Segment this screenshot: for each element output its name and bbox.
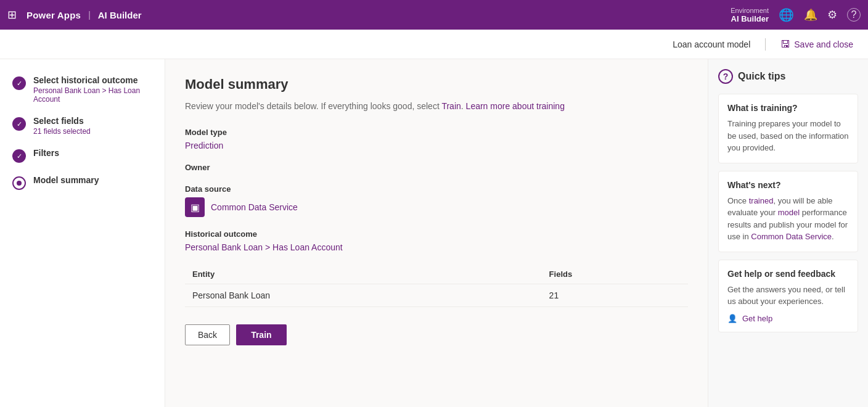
gear-icon[interactable]: ⚙ [827,8,837,22]
back-button[interactable]: Back [185,324,230,345]
qt-card-1-title: What is training? [727,103,849,113]
owner-section: Owner [185,163,688,172]
step-circle-2: ✓ [12,117,26,131]
model-name: Loan account model [673,39,750,49]
save-close-button[interactable]: 🖫 Save and close [776,36,858,52]
quick-tips-icon: ? [718,69,733,84]
quick-tips-panel: ? Quick tips What is training? Training … [708,59,868,407]
sidebar-step-filters[interactable]: ✓ Filters [0,142,165,169]
env-label: Environment [731,7,769,14]
train-button[interactable]: Train [236,324,286,345]
save-icon: 🖫 [780,39,790,50]
environment-info: Environment AI Builder [731,7,769,23]
qt-card-2-title: What's next? [727,180,849,190]
checkmark-icon-3: ✓ [17,152,22,160]
qt-card-3-text: Get the answers you need, or tell us abo… [727,284,849,308]
quick-tips-card-1: What is training? Training prepares your… [718,94,858,163]
fields-table: Entity Fields Personal Bank Loan21 [185,265,688,307]
quick-tips-card-3: Get help or send feedback Get the answer… [718,260,858,332]
get-help-icon: 👤 [727,314,737,323]
desc-part1: Review your model's details below. If ev… [185,101,441,111]
step-content-3: Filters [33,148,59,158]
top-navigation: ⊞ Power Apps | AI Builder Environment AI… [0,0,868,30]
sidebar-step-historical-outcome[interactable]: ✓ Select historical outcome Personal Ban… [0,69,165,110]
step-content-2: Select fields 21 fields selected [33,116,91,136]
qt-card-3-title: Get help or send feedback [727,269,849,279]
get-help-link[interactable]: 👤 Get help [727,314,849,323]
model-type-section: Model type Prediction [185,128,688,150]
step-dot [17,181,22,186]
step-title-4: Model summary [33,175,99,185]
step-circle-3: ✓ [12,149,26,163]
trained-link[interactable]: trained [749,196,774,205]
data-source-value: Common Data Service [211,202,298,212]
save-close-label: Save and close [794,39,853,49]
historical-outcome-value: Personal Bank Loan > Has Loan Account [185,242,688,252]
checkmark-icon-2: ✓ [17,120,22,128]
data-source-row: ▣ Common Data Service [185,197,688,217]
page-title: Model summary [185,76,688,92]
model-type-label: Model type [185,128,688,137]
globe-icon[interactable]: 🌐 [779,7,794,22]
train-link[interactable]: Train [441,101,461,111]
model-link[interactable]: model [778,208,800,217]
nav-separator: | [88,10,91,20]
section-name: AI Builder [98,10,142,20]
topnav-right: Environment AI Builder 🌐 🔔 ⚙ ? [731,7,861,23]
sidebar: ✓ Select historical outcome Personal Ban… [0,59,165,407]
learn-more-link[interactable]: Learn more about training [466,101,565,111]
step-title-2: Select fields [33,116,91,126]
cell-entity: Personal Bank Loan [185,284,542,307]
cds-link[interactable]: Common Data Service [751,232,832,241]
col-fields: Fields [542,265,688,284]
checkmark-icon: ✓ [17,80,22,88]
sidebar-step-model-summary[interactable]: Model summary [0,169,165,196]
step-title-1: Select historical outcome [33,75,152,85]
grid-icon[interactable]: ⊞ [7,8,17,22]
table-row: Personal Bank Loan21 [185,284,688,307]
quick-tips-header: ? Quick tips [718,69,858,84]
main-layout: ✓ Select historical outcome Personal Ban… [0,59,868,407]
env-name: AI Builder [731,14,769,23]
data-source-icon: ▣ [185,197,205,217]
data-source-section: Data source ▣ Common Data Service [185,184,688,217]
action-buttons: Back Train [185,324,688,345]
desc-part2: . [461,101,466,111]
qt-card-1-text: Training prepares your model to be used,… [727,118,849,154]
cds-icon-symbol: ▣ [190,202,200,213]
data-source-label: Data source [185,184,688,194]
get-help-label: Get help [742,314,772,323]
qt-card-2-text: Once trained, you will be able evaluate … [727,195,849,243]
sidebar-step-select-fields[interactable]: ✓ Select fields 21 fields selected [0,110,165,142]
step-circle-1: ✓ [12,76,26,90]
quick-tips-card-2: What's next? Once trained, you will be a… [718,171,858,252]
historical-outcome-label: Historical outcome [185,229,688,239]
step-content-1: Select historical outcome Personal Bank … [33,75,152,104]
step-subtitle-1: Personal Bank Loan > Has Loan Account [33,86,152,104]
help-icon[interactable]: ? [847,8,861,22]
bell-icon[interactable]: 🔔 [804,8,817,22]
step-subtitle-2: 21 fields selected [33,127,91,136]
step-content-4: Model summary [33,175,99,185]
header-divider [765,38,766,51]
model-type-value: Prediction [185,141,688,150]
step-title-3: Filters [33,148,59,158]
col-entity: Entity [185,265,542,284]
owner-label: Owner [185,163,688,172]
app-name: Power Apps [27,10,81,20]
cell-fields: 21 [542,284,688,307]
step-circle-4 [12,176,26,190]
content-area: Model summary Review your model's detail… [165,59,708,407]
quick-tips-title: Quick tips [738,71,785,82]
header-bar: Loan account model 🖫 Save and close [0,30,868,59]
historical-outcome-section: Historical outcome Personal Bank Loan > … [185,229,688,252]
page-description: Review your model's details below. If ev… [185,100,688,113]
